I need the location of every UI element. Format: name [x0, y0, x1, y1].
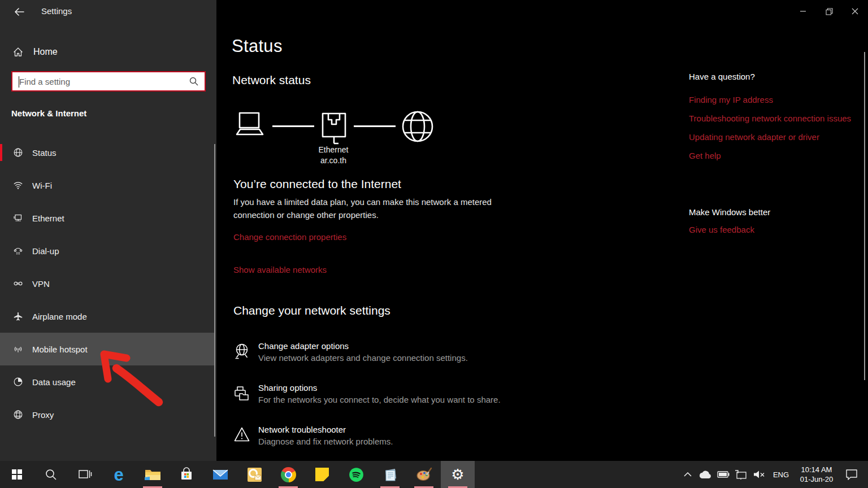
search-input[interactable]: [12, 77, 189, 86]
volume-muted-icon: [753, 470, 765, 479]
sidebar-item-vpn[interactable]: VPN: [0, 267, 215, 300]
search-icon[interactable]: [189, 76, 199, 86]
notification-icon: [845, 469, 858, 480]
sidebar-item-data-usage[interactable]: Data usage: [0, 365, 215, 398]
outlook-button[interactable]: [237, 461, 271, 488]
search-box[interactable]: [11, 71, 206, 91]
tray-language[interactable]: ENG: [769, 461, 793, 488]
page-title: Status: [232, 36, 283, 56]
minimize-icon: [800, 8, 806, 15]
windows-logo-icon: [12, 469, 22, 480]
tray-network[interactable]: [732, 461, 750, 488]
item-title: Network troubleshooter: [258, 425, 393, 434]
tray-volume[interactable]: [750, 461, 769, 488]
home-label: Home: [33, 47, 58, 57]
chrome-icon: [281, 467, 296, 482]
text-caret: [19, 76, 19, 88]
nav-label: VPN: [32, 279, 50, 289]
mail-icon: [212, 468, 228, 481]
restore-button[interactable]: [816, 0, 842, 23]
ethernet-connector-icon: [321, 112, 347, 146]
sidebar-item-proxy[interactable]: Proxy: [0, 398, 215, 431]
sharing-options-item[interactable]: Sharing options For the networks you con…: [233, 381, 501, 404]
internet-globe-icon: [401, 110, 434, 143]
tray-clock[interactable]: 10:14 AM 01-Jun-20: [793, 461, 840, 488]
help-link-get-help[interactable]: Get help: [689, 150, 853, 162]
edge-icon: e: [114, 466, 123, 483]
sidebar-item-status[interactable]: Status: [0, 136, 215, 169]
sidebar-scrollbar[interactable]: [214, 144, 215, 437]
action-center-button[interactable]: [840, 461, 863, 488]
spotify-button[interactable]: [339, 461, 373, 488]
tray-show-hidden-icons[interactable]: [679, 461, 696, 488]
task-view-icon: [77, 468, 92, 481]
change-connection-properties-link[interactable]: Change connection properties: [233, 232, 346, 242]
back-button[interactable]: [8, 3, 31, 20]
show-available-networks-link[interactable]: Show available networks: [233, 265, 327, 274]
window-title: Settings: [41, 6, 72, 16]
dialup-icon: [12, 246, 24, 256]
settings-button[interactable]: ⚙: [441, 461, 475, 488]
selected-indicator: [0, 144, 2, 161]
store-button[interactable]: [170, 461, 203, 488]
status-icon: [12, 147, 24, 158]
nav-label: Status: [32, 148, 57, 158]
warning-triangle-icon: [233, 426, 250, 446]
sidebar-item-airplane-mode[interactable]: Airplane mode: [0, 300, 215, 333]
onedrive-cloud-icon: [698, 470, 712, 479]
window-controls: [790, 0, 868, 23]
change-adapter-options-item[interactable]: Change adapter options View network adap…: [233, 339, 468, 363]
sidebar-item-home[interactable]: Home: [0, 41, 216, 63]
chrome-button[interactable]: [271, 461, 305, 488]
connection-label: Ethernet ar.co.th: [305, 145, 362, 166]
nav-label: Mobile hotspot: [32, 345, 88, 354]
network-troubleshooter-item[interactable]: Network troubleshooter Diagnose and fix …: [233, 422, 393, 446]
give-us-feedback-link[interactable]: Give us feedback: [689, 225, 754, 234]
sidebar-item-wifi[interactable]: Wi-Fi: [0, 169, 215, 202]
help-link-troubleshooting[interactable]: Troubleshooting network connection issue…: [689, 112, 853, 125]
sticky-notes-icon: [315, 468, 329, 481]
sidebar-item-dialup[interactable]: Dial-up: [0, 234, 215, 267]
make-windows-better-heading: Make Windows better: [689, 207, 770, 217]
connection-line: [272, 125, 314, 127]
taskbar: e: [0, 461, 868, 488]
tray-battery[interactable]: [714, 461, 732, 488]
start-button[interactable]: [0, 461, 34, 488]
airplane-icon: [12, 311, 24, 321]
sharing-printer-icon: [233, 384, 250, 404]
outlook-icon: [247, 467, 262, 482]
connection-line: [354, 125, 396, 127]
tray-date: 01-Jun-20: [800, 474, 834, 484]
connection-state-description: If you have a limited data plan, you can…: [233, 195, 494, 221]
connection-network: ar.co.th: [305, 155, 362, 166]
main-scrollbar[interactable]: [864, 52, 865, 380]
ethernet-network-icon: [735, 470, 747, 480]
item-description: View network adapters and change connect…: [258, 353, 468, 363]
item-description: For the networks you connect to, decide …: [258, 395, 501, 404]
file-explorer-button[interactable]: [136, 461, 170, 488]
sidebar-item-mobile-hotspot[interactable]: Mobile hotspot: [0, 333, 215, 365]
home-icon: [12, 46, 24, 58]
close-icon: [852, 8, 858, 15]
help-link-ip-address[interactable]: Finding my IP address: [689, 94, 853, 106]
connection-state-heading: You’re connected to the Internet: [233, 177, 401, 191]
search-icon: [44, 468, 58, 481]
task-view-button[interactable]: [68, 461, 102, 488]
minimize-button[interactable]: [790, 0, 816, 23]
tray-time: 10:14 AM: [800, 465, 834, 474]
close-button[interactable]: [842, 0, 868, 23]
paint-button[interactable]: [407, 461, 441, 488]
mail-button[interactable]: [203, 461, 237, 488]
sidebar-section-title: Network & Internet: [11, 108, 86, 118]
chevron-up-icon: [684, 472, 692, 477]
tray-onedrive[interactable]: [696, 461, 714, 488]
sidebar-item-ethernet[interactable]: Ethernet: [0, 202, 215, 234]
notepad-button[interactable]: [373, 461, 407, 488]
help-link-updating-adapter[interactable]: Updating network adapter or driver: [689, 131, 853, 143]
taskbar-search-button[interactable]: [34, 461, 68, 488]
nav-label: Wi-Fi: [32, 181, 52, 190]
mobile-hotspot-icon: [12, 344, 24, 354]
edge-button[interactable]: e: [102, 461, 136, 488]
sticky-notes-button[interactable]: [305, 461, 339, 488]
ethernet-icon: [12, 213, 24, 223]
